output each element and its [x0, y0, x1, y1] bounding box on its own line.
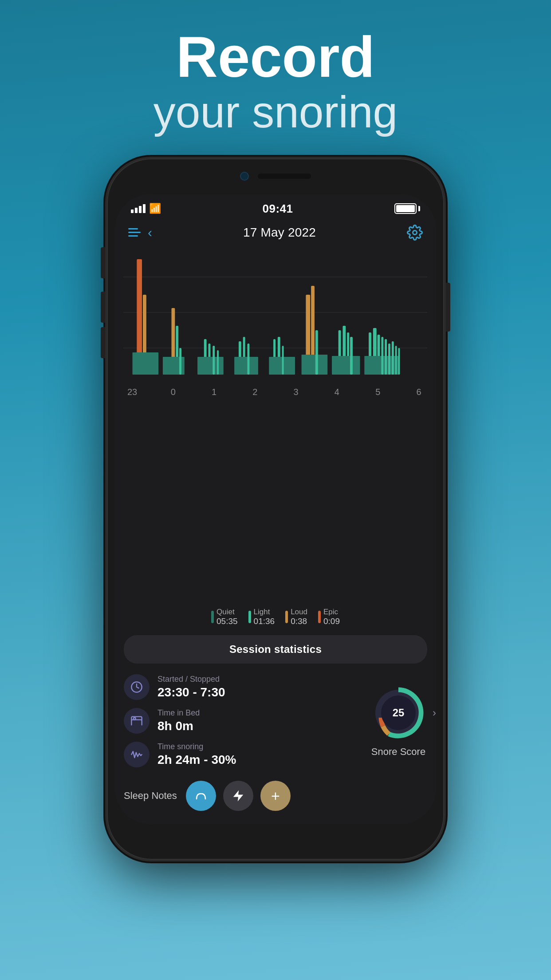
legend-epic-color: [318, 611, 321, 623]
status-time: 09:41: [263, 202, 293, 216]
started-label: Started / Stopped: [157, 675, 225, 684]
time-in-bed-label: Time in Bed: [157, 708, 200, 718]
legend-epic-label: Epic: [323, 608, 340, 616]
chart-area: [124, 250, 427, 383]
back-button[interactable]: ‹: [148, 225, 152, 240]
svg-rect-26: [302, 355, 328, 375]
legend-epic: Epic 0:09: [318, 608, 340, 626]
signal-bar-3: [139, 206, 142, 213]
wifi-icon: 📶: [149, 203, 161, 214]
x-label: 1: [208, 387, 221, 397]
legend-epic-value: 0:09: [323, 616, 340, 626]
x-label: 2: [248, 387, 262, 397]
nav-bar: ‹ 17 May 2022: [115, 219, 436, 246]
svg-text:25: 25: [393, 706, 405, 718]
x-axis: 23 0 1 2 3 4 5 6: [124, 383, 427, 397]
signal-bar-2: [135, 208, 138, 213]
svg-rect-37: [381, 337, 383, 375]
legend-loud-color: [285, 611, 288, 623]
snoring-button[interactable]: [223, 781, 253, 811]
svg-rect-6: [133, 352, 159, 375]
speaker: [258, 174, 311, 179]
nav-left: ‹: [128, 225, 152, 240]
svg-rect-23: [282, 346, 284, 375]
settings-icon[interactable]: [407, 225, 423, 241]
waveform-icon: [130, 748, 143, 761]
hero-subtitle: your snoring: [0, 87, 551, 136]
status-left: 📶: [131, 203, 161, 214]
nav-date: 17 May 2022: [243, 225, 316, 240]
started-stopped-row: Started / Stopped 23:30 - 7:30: [124, 674, 361, 700]
legend-light-color: [248, 611, 251, 623]
menu-icon[interactable]: [128, 228, 141, 237]
x-label: 6: [412, 387, 425, 397]
svg-point-0: [413, 230, 417, 234]
legend-light: Light 01:36: [248, 608, 275, 626]
arch-icon: [194, 789, 208, 802]
legend-quiet-value: 05:35: [216, 616, 238, 626]
x-label: 23: [126, 387, 139, 397]
time-in-bed-row: Time in Bed 8h 0m: [124, 708, 361, 734]
svg-rect-18: [234, 357, 258, 375]
lightning-icon: [232, 789, 245, 802]
session-statistics-button[interactable]: Session statistics: [124, 635, 427, 664]
svg-rect-42: [398, 348, 400, 375]
stats-section: Started / Stopped 23:30 - 7:30: [115, 667, 436, 775]
svg-rect-15: [217, 350, 219, 375]
snore-score-area[interactable]: 25 › Snore Score: [370, 674, 427, 767]
svg-rect-14: [213, 346, 215, 375]
bottom-actions: Sleep Notes +: [115, 775, 436, 824]
x-label: 4: [330, 387, 343, 397]
phone-top-bar: [240, 172, 311, 181]
snore-score-donut: 25: [370, 684, 427, 742]
chart-legend: Quiet 05:35 Light 01:36 Loud 0:38: [115, 602, 436, 632]
bed-icon-circle: [124, 708, 150, 734]
x-label: 5: [371, 387, 385, 397]
signal-bar-1: [131, 209, 134, 213]
time-snoring-row: Time snoring 2h 24m - 30%: [124, 742, 361, 767]
svg-rect-13: [197, 357, 224, 375]
svg-rect-27: [315, 330, 318, 375]
sleep-notes-label: Sleep Notes: [124, 790, 177, 802]
legend-light-value: 01:36: [254, 616, 275, 626]
phone-screen: 📶 09:41 ‹: [115, 194, 436, 824]
snore-score-widget: 25 ›: [370, 684, 427, 742]
legend-quiet-label: Quiet: [216, 608, 238, 616]
add-button[interactable]: +: [260, 781, 291, 811]
legend-quiet-color: [211, 611, 214, 623]
svg-rect-39: [388, 344, 390, 375]
signal-bar-4: [143, 204, 146, 213]
signal-bars-icon: [131, 204, 146, 213]
time-in-bed-value: 8h 0m: [157, 719, 200, 733]
legend-loud-value: 0:38: [291, 616, 307, 626]
svg-rect-44: [134, 718, 136, 720]
status-bar: 📶 09:41: [115, 194, 436, 219]
chart-container: 23 0 1 2 3 4 5 6: [115, 246, 436, 602]
svg-rect-32: [350, 337, 353, 375]
battery-icon: [394, 203, 420, 214]
hero-title: Record: [0, 27, 551, 87]
arch-button[interactable]: [186, 781, 216, 811]
session-statistics-label: Session statistics: [229, 643, 322, 655]
snoring-chart: [124, 250, 427, 383]
svg-rect-38: [385, 339, 387, 375]
waveform-icon-circle: [124, 742, 150, 767]
legend-loud: Loud 0:38: [285, 608, 307, 626]
snore-score-label: Snore Score: [371, 746, 425, 758]
svg-rect-41: [395, 346, 397, 375]
legend-loud-label: Loud: [291, 608, 307, 616]
time-snoring-label: Time snoring: [157, 742, 236, 751]
clock-icon: [130, 681, 143, 693]
bed-icon: [130, 715, 143, 727]
started-value: 23:30 - 7:30: [157, 685, 225, 699]
svg-rect-31: [332, 356, 360, 375]
plus-icon: +: [271, 788, 280, 803]
svg-rect-40: [392, 341, 394, 375]
stats-left: Started / Stopped 23:30 - 7:30: [124, 674, 361, 767]
chevron-right-icon: ›: [433, 707, 436, 719]
phone-device: 📶 09:41 ‹: [107, 158, 444, 860]
x-label: 3: [289, 387, 303, 397]
time-snoring-value: 2h 24m - 30%: [157, 753, 236, 767]
clock-icon-circle: [124, 674, 150, 700]
legend-quiet: Quiet 05:35: [211, 608, 238, 626]
